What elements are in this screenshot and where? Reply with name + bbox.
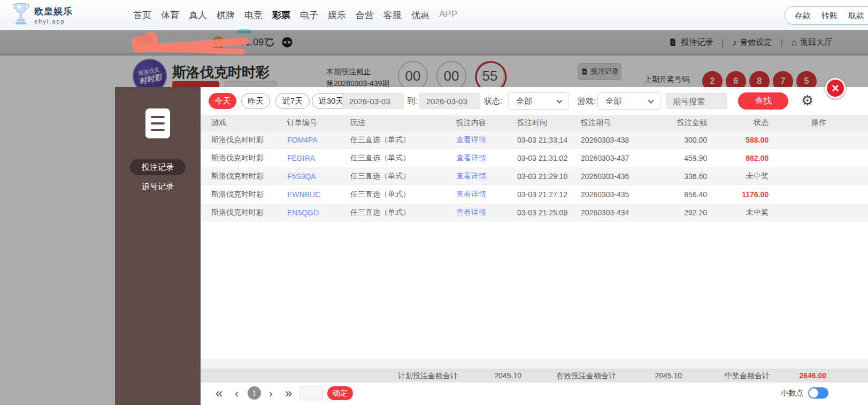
- column-header-投注金额: 投注金额: [650, 118, 707, 128]
- nav-item-棋牌[interactable]: 棋牌: [212, 9, 240, 21]
- next-page-button[interactable]: ›: [269, 385, 273, 401]
- wallet-action-存款[interactable]: 存款: [795, 11, 811, 21]
- cell-amount: 292.20: [650, 208, 707, 217]
- cell-amount: 300.00: [650, 136, 707, 144]
- nav-item-首页[interactable]: 首页: [128, 9, 156, 21]
- cell-order-id-link[interactable]: FOM4PA: [287, 136, 350, 144]
- nav-menu: 首页体育真人棋牌电竞彩票电子娱乐合营客服优惠APP: [128, 9, 462, 21]
- sidebar-item-追号记录[interactable]: 追号记录: [115, 182, 201, 192]
- nav-item-APP[interactable]: APP: [434, 9, 462, 21]
- wallet-action-取款[interactable]: 取款: [848, 11, 864, 21]
- sidebar-item-投注记录[interactable]: 投注记录: [130, 159, 186, 175]
- column-header-操作: 操作: [769, 118, 826, 128]
- cell-bet-time: 03-03 21:33:14: [517, 136, 581, 144]
- win-total-value: 2646.00: [778, 371, 826, 380]
- planned-total-value: 2045.10: [473, 371, 521, 380]
- valid-total-value: 2045.10: [634, 371, 682, 380]
- nav-item-合营[interactable]: 合营: [351, 9, 379, 21]
- screen: 欧皇娱乐 ohyl.app 首页体育真人棋牌电竞彩票电子娱乐合营客服优惠APP …: [0, 0, 868, 405]
- cell-view-details-link[interactable]: 查看详情: [456, 135, 517, 145]
- planned-total-label: 计划投注金额合计: [398, 371, 458, 381]
- bet-records-modal: 今天昨天近7天近30天 到: 状态: 全部 游戏: 全部 查找 ⚙ 游戏订单编号…: [201, 87, 868, 405]
- last-page-button[interactable]: »: [285, 385, 292, 401]
- wallet-action-转账[interactable]: 转账: [821, 11, 838, 21]
- wallet-pill: 存款转账取款: [785, 6, 868, 25]
- period-search-input[interactable]: [666, 93, 727, 109]
- nav-item-电竞[interactable]: 电竞: [240, 9, 267, 21]
- table-row: 斯洛伐克时时彩FEGIRA任三直选（单式）查看详情03-03 21:31:022…: [201, 149, 868, 167]
- cell-order-id-link[interactable]: EN5QGD: [287, 208, 350, 217]
- search-button[interactable]: 查找: [738, 92, 788, 110]
- nav-item-彩票[interactable]: 彩票: [267, 9, 295, 21]
- nav-item-优惠[interactable]: 优惠: [406, 9, 434, 21]
- cell-game: 斯洛伐克时时彩: [211, 135, 287, 145]
- nav-item-娱乐[interactable]: 娱乐: [323, 9, 351, 21]
- date-to-input[interactable]: [419, 93, 480, 109]
- filter-bar: 今天昨天近7天近30天 到: 状态: 全部 游戏: 全部 查找 ⚙: [201, 92, 868, 111]
- cell-bet-time: 03-03 21:29:10: [517, 172, 581, 181]
- cell-status: 882.00: [707, 154, 769, 162]
- column-header-玩法: 玩法: [350, 118, 456, 128]
- cell-view-details-link[interactable]: 查看详情: [456, 172, 517, 181]
- table-row: 斯洛伐克时时彩FOM4PA任三直选（单式）查看详情03-03 21:33:142…: [201, 131, 868, 149]
- nav-item-真人[interactable]: 真人: [184, 9, 212, 21]
- cell-game: 斯洛伐克时时彩: [211, 172, 287, 181]
- status-select[interactable]: 全部: [508, 92, 569, 110]
- cell-status: 未中奖: [707, 172, 769, 181]
- cell-amount: 656.40: [650, 190, 707, 199]
- page-confirm-button[interactable]: 确定: [327, 386, 353, 400]
- horizontal-scrollbar[interactable]: [201, 359, 868, 369]
- page-jump-input[interactable]: [299, 386, 323, 400]
- top-nav: 欧皇娱乐 ohyl.app 首页体育真人棋牌电竞彩票电子娱乐合营客服优惠APP …: [0, 0, 868, 30]
- cell-game: 斯洛伐克时时彩: [211, 190, 287, 199]
- table-row: 斯洛伐克时时彩EN5QGD任三直选（单式）查看详情03-03 21:25:092…: [201, 204, 868, 222]
- prev-page-button[interactable]: ‹: [235, 385, 239, 401]
- range-button-昨天[interactable]: 昨天: [241, 93, 270, 109]
- cell-order-id-link[interactable]: EWNBUC: [287, 190, 350, 199]
- gear-icon[interactable]: ⚙: [801, 92, 813, 109]
- logo-subtitle: ohyl.app: [34, 18, 73, 25]
- site-logo[interactable]: 欧皇娱乐 ohyl.app: [12, 2, 73, 28]
- column-header-订单编号: 订单编号: [287, 118, 350, 128]
- cell-game: 斯洛伐克时时彩: [211, 208, 287, 217]
- cell-bet-time: 03-03 21:31:02: [517, 154, 581, 162]
- column-header-投注期号: 投注期号: [581, 118, 650, 128]
- current-page-badge[interactable]: 1: [248, 386, 261, 400]
- range-button-今天[interactable]: 今天: [209, 93, 236, 109]
- records-doc-icon: [145, 108, 170, 138]
- cell-status: 1176.00: [707, 190, 769, 199]
- nav-item-电子[interactable]: 电子: [295, 9, 323, 21]
- cell-period: 20260303-434: [581, 208, 650, 217]
- table-row: 斯洛伐克时时彩EWNBUC任三直选（单式）查看详情03-03 21:27:122…: [201, 185, 868, 204]
- decimal-toggle-label: 小数点: [781, 388, 803, 398]
- close-icon[interactable]: ×: [825, 78, 846, 98]
- column-header-投注时间: 投注时间: [517, 118, 581, 128]
- cell-play: 任三直选（单式）: [350, 190, 456, 199]
- cell-view-details-link[interactable]: 查看详情: [456, 153, 517, 163]
- chevron-down-icon: [648, 97, 654, 103]
- column-header-投注内容: 投注内容: [456, 118, 517, 128]
- date-from-input[interactable]: [342, 93, 404, 109]
- column-header-状态: 状态: [707, 118, 769, 128]
- valid-total-label: 有效投注金额合计: [556, 371, 616, 381]
- cell-status: 588.00: [707, 136, 769, 144]
- cell-play: 任三直选（单式）: [350, 135, 456, 145]
- first-page-button[interactable]: «: [216, 385, 222, 401]
- cell-status: 未中奖: [707, 208, 769, 217]
- cell-period: 20260303-438: [581, 136, 650, 144]
- cell-view-details-link[interactable]: 查看详情: [456, 190, 517, 199]
- cell-period: 20260303-435: [581, 190, 650, 199]
- cell-order-id-link[interactable]: F5S3QA: [287, 172, 350, 181]
- decimal-toggle[interactable]: [808, 387, 828, 399]
- cell-bet-time: 03-03 21:25:09: [517, 208, 581, 217]
- nav-item-客服[interactable]: 客服: [379, 9, 406, 21]
- game-select[interactable]: 全部: [597, 92, 660, 110]
- nav-item-体育[interactable]: 体育: [156, 9, 184, 21]
- modal-sidebar: 投注记录追号记录: [115, 87, 201, 405]
- cell-view-details-link[interactable]: 查看详情: [456, 208, 517, 217]
- trophy-icon: [12, 2, 30, 28]
- cell-order-id-link[interactable]: FEGIRA: [287, 154, 350, 162]
- chevron-down-icon: [556, 97, 562, 103]
- cell-play: 任三直选（单式）: [350, 153, 456, 163]
- range-button-近7天[interactable]: 近7天: [275, 93, 310, 109]
